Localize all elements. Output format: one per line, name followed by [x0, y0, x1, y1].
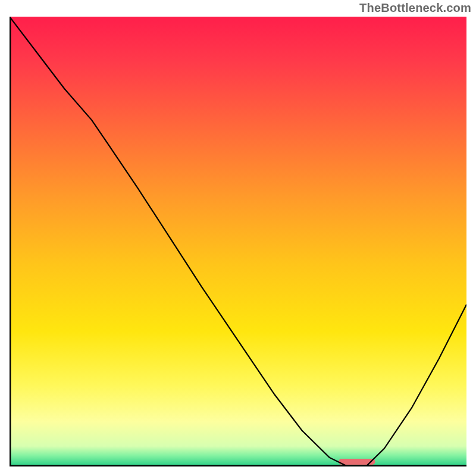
- gradient-background: [10, 17, 466, 466]
- bottleneck-chart: [10, 17, 466, 466]
- watermark-text: TheBottleneck.com: [359, 1, 471, 15]
- sweet-spot-marker: [339, 459, 375, 465]
- chart-canvas: [10, 17, 466, 466]
